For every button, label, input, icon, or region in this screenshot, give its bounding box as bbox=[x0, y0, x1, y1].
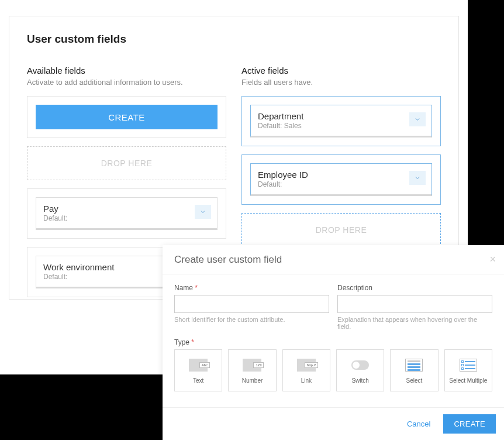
name-label: Name * bbox=[174, 284, 329, 292]
description-group: Description Explanation that appears whe… bbox=[337, 284, 492, 330]
number-icon: 123 bbox=[240, 357, 264, 373]
select-icon bbox=[402, 357, 426, 373]
modal-footer: Cancel CREATE bbox=[163, 407, 504, 440]
create-button[interactable]: CREATE bbox=[36, 105, 218, 129]
chevron-down-icon[interactable] bbox=[409, 112, 426, 126]
active-field-card[interactable]: Employee ID Default: bbox=[241, 154, 441, 205]
description-input[interactable] bbox=[337, 295, 492, 313]
description-label: Description bbox=[337, 284, 492, 292]
chevron-down-icon[interactable] bbox=[409, 171, 426, 185]
type-text[interactable]: Abc Text bbox=[174, 349, 222, 391]
type-link[interactable]: http:// Link bbox=[282, 349, 330, 391]
name-input[interactable] bbox=[174, 295, 329, 313]
field-pay[interactable]: Pay Default: bbox=[36, 197, 218, 230]
submit-button[interactable]: CREATE bbox=[443, 414, 496, 434]
type-select[interactable]: Select bbox=[390, 349, 438, 391]
available-panel-create: CREATE bbox=[27, 96, 226, 138]
type-switch[interactable]: Switch bbox=[336, 349, 384, 391]
switch-icon bbox=[348, 357, 372, 373]
field-default: Default: bbox=[43, 214, 210, 222]
modal-header: Create user custom field × bbox=[163, 245, 504, 274]
create-field-modal: Create user custom field × Name * Short … bbox=[163, 245, 504, 440]
type-number[interactable]: 123 Number bbox=[228, 349, 276, 391]
description-hint: Explanation that appears when hovering o… bbox=[337, 316, 492, 330]
page-title: User custom fields bbox=[27, 33, 441, 46]
active-field-card[interactable]: Department Default: Sales bbox=[241, 96, 441, 146]
field-name: Employee ID bbox=[258, 170, 424, 180]
available-title: Available fields bbox=[27, 66, 226, 75]
type-label: Type * bbox=[174, 338, 492, 346]
field-name: Pay bbox=[43, 204, 210, 214]
field-department[interactable]: Department Default: Sales bbox=[250, 105, 432, 138]
link-icon: http:// bbox=[294, 357, 319, 373]
available-subtitle: Activate to add additional information t… bbox=[27, 78, 226, 87]
text-icon: Abc bbox=[186, 357, 210, 373]
name-hint: Short identifier for the custom attribut… bbox=[174, 316, 329, 323]
field-default: Default: Sales bbox=[258, 122, 424, 130]
name-group: Name * Short identifier for the custom a… bbox=[174, 284, 329, 330]
active-title: Active fields bbox=[241, 66, 441, 75]
field-name: Department bbox=[258, 111, 424, 121]
field-employee-id[interactable]: Employee ID Default: bbox=[250, 163, 432, 196]
select-multiple-icon bbox=[456, 357, 481, 373]
cancel-button[interactable]: Cancel bbox=[400, 415, 437, 433]
active-drop-zone[interactable]: DROP HERE bbox=[241, 213, 441, 247]
modal-body: Name * Short identifier for the custom a… bbox=[163, 274, 504, 407]
field-default: Default: bbox=[258, 180, 424, 188]
available-field-card[interactable]: Pay Default: bbox=[27, 188, 226, 239]
available-drop-zone[interactable]: DROP HERE bbox=[27, 146, 226, 180]
modal-title: Create user custom field bbox=[174, 254, 492, 266]
active-subtitle: Fields all users have. bbox=[241, 78, 441, 87]
close-icon[interactable]: × bbox=[489, 253, 496, 266]
type-options: Abc Text 123 Number http:// Link Switch … bbox=[174, 349, 492, 391]
chevron-down-icon[interactable] bbox=[195, 205, 211, 219]
type-select-multiple[interactable]: Select Multiple bbox=[444, 349, 492, 391]
